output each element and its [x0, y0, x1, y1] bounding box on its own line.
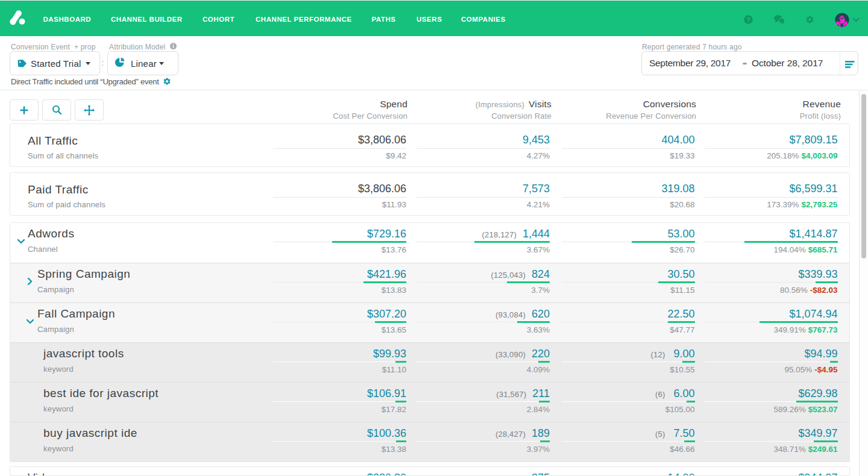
- svg-text:?: ?: [746, 16, 750, 23]
